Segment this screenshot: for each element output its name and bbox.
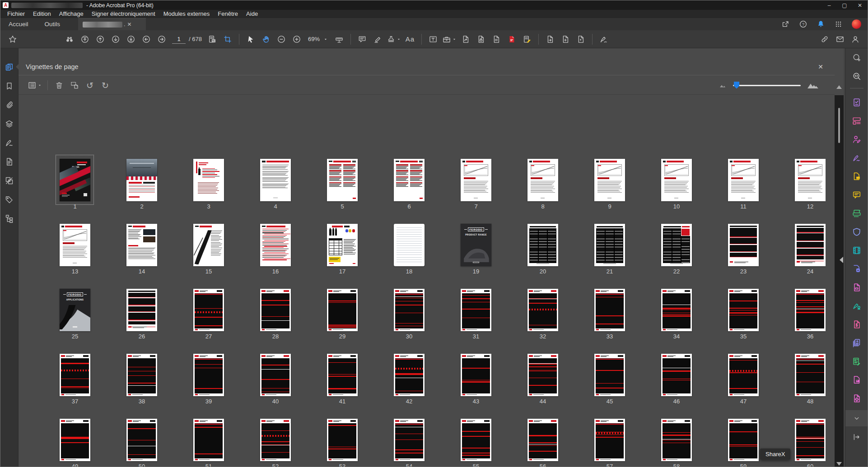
page-53-preview[interactable] — [327, 419, 358, 461]
page-thumbnail-57[interactable]: 57 — [576, 416, 643, 467]
previous-page-button[interactable] — [94, 32, 107, 46]
page-11-preview[interactable] — [728, 159, 759, 201]
bookmarks-panel-button[interactable] — [0, 81, 19, 91]
page-48-preview[interactable] — [795, 354, 826, 396]
page-thumbnail-42[interactable]: 42 — [376, 351, 443, 414]
menu-fen-tre[interactable]: Fenêtre — [214, 10, 242, 18]
share-link-button[interactable] — [818, 32, 831, 46]
document-card-tool-icon[interactable] — [845, 370, 868, 389]
select-tool-button[interactable] — [244, 32, 257, 46]
page-thumbnail-24[interactable]: 24 — [777, 221, 826, 284]
page-thumbnail-55[interactable]: 55 — [443, 416, 509, 467]
page-thumbnail-8[interactable]: 8 — [509, 156, 576, 219]
find-button[interactable] — [63, 32, 76, 46]
undo-button[interactable]: ↺ — [84, 79, 96, 92]
extract-pages-button[interactable] — [69, 79, 80, 92]
page-thumbnail-19[interactable]: FERODOPRODUCT RANGE19 — [443, 221, 509, 284]
prepare-form-tool-icon[interactable] — [845, 93, 868, 111]
account-avatar[interactable] — [852, 19, 861, 29]
page-30-preview[interactable] — [394, 289, 425, 331]
page-thumbnail-25[interactable]: FERODOAPPLICATIONS25 — [42, 286, 108, 349]
page-2-preview[interactable] — [126, 159, 157, 201]
maximize-button[interactable]: ▢ — [837, 0, 852, 10]
tags-panel-button[interactable] — [0, 194, 19, 204]
next-page-button[interactable] — [109, 32, 122, 46]
page-thumbnail-9[interactable]: 9 — [576, 156, 643, 219]
page-display-button[interactable] — [206, 32, 219, 46]
collapse-panel-icon[interactable] — [840, 257, 843, 263]
menu-fichier[interactable]: Fichier — [3, 10, 29, 18]
page-49-preview[interactable] — [60, 419, 90, 461]
rich-media-tool-icon[interactable] — [845, 241, 868, 259]
scroll-up-arrow[interactable] — [836, 85, 842, 89]
page-thumbnail-43[interactable]: 43 — [443, 351, 509, 414]
page-40-preview[interactable] — [260, 354, 291, 396]
page-7-preview[interactable] — [461, 159, 491, 201]
page-36-preview[interactable] — [795, 289, 826, 331]
page-thumbnail-48[interactable]: 48 — [777, 351, 826, 414]
thumbnail-zoom-slider[interactable] — [733, 85, 801, 86]
advanced-search-icon[interactable] — [845, 67, 868, 85]
page-29-preview[interactable] — [327, 289, 358, 331]
page-thumbnail-40[interactable]: 40 — [242, 351, 309, 414]
slider-handle[interactable] — [734, 82, 739, 89]
layers-panel-button[interactable] — [0, 119, 19, 129]
page-38-preview[interactable] — [126, 354, 157, 396]
menu-modules-externes[interactable]: Modules externes — [159, 10, 214, 18]
page-25-preview[interactable]: FERODOAPPLICATIONS — [60, 289, 90, 331]
protect-document-button[interactable] — [475, 32, 487, 46]
delete-pages-button[interactable] — [53, 79, 65, 92]
page-22-preview[interactable] — [661, 224, 692, 266]
attachments-panel-button[interactable] — [0, 100, 19, 110]
page-15-preview[interactable] — [193, 224, 224, 266]
page-thumbnail-47[interactable]: 47 — [710, 351, 777, 414]
certificates-tool-icon[interactable] — [845, 296, 868, 315]
page-23-preview[interactable] — [728, 224, 759, 266]
page-thumbnail-5[interactable]: 5 — [309, 156, 376, 219]
menu-affichage[interactable]: Affichage — [55, 10, 88, 18]
add-tools-icon[interactable] — [845, 48, 868, 67]
page-thumbnail-18[interactable]: 18 — [376, 221, 443, 284]
page-39-preview[interactable] — [193, 354, 224, 396]
page-thumbnail-58[interactable]: 58 — [643, 416, 710, 467]
page-thumbnail-22[interactable]: 22 — [643, 221, 710, 284]
page-21-preview[interactable] — [594, 224, 625, 266]
page-thumbnail-14[interactable]: 14 — [108, 221, 175, 284]
page-thumbnail-32[interactable]: 32 — [509, 286, 576, 349]
page-56-preview[interactable] — [527, 419, 558, 461]
page-37-preview[interactable] — [60, 354, 90, 396]
page-thumbnail-3[interactable]: 3 — [175, 156, 242, 219]
optimize-pdf-tool-icon[interactable] — [845, 259, 868, 278]
page-58-preview[interactable] — [661, 419, 692, 461]
page-46-preview[interactable] — [661, 354, 692, 396]
highlight-button[interactable] — [371, 32, 384, 46]
first-page-button[interactable] — [79, 32, 91, 46]
menu-signer-lectroniquement[interactable]: Signer électroniquement — [88, 10, 159, 18]
page-thumbnail-34[interactable]: 34 — [643, 286, 710, 349]
close-button[interactable]: ✕ — [852, 0, 868, 10]
page-18-preview[interactable] — [394, 224, 425, 266]
page-32-preview[interactable] — [527, 289, 558, 331]
content-panel-button[interactable] — [0, 176, 19, 185]
page-thumbnail-6[interactable]: 6 — [376, 156, 443, 219]
page-20-preview[interactable] — [527, 224, 558, 266]
edit-pdf-button[interactable] — [521, 32, 533, 46]
order-panel-button[interactable] — [0, 213, 19, 223]
hand-tool-button[interactable] — [260, 32, 272, 46]
page-5-preview[interactable] — [327, 159, 358, 201]
measure-button[interactable] — [333, 32, 345, 46]
tab-accueil[interactable]: Accueil — [0, 21, 37, 28]
page-thumbnail-56[interactable]: 56 — [509, 416, 576, 467]
redo-button[interactable]: ↻ — [99, 79, 111, 92]
destinations-panel-button[interactable] — [0, 157, 19, 166]
page-8-preview[interactable] — [527, 159, 558, 201]
zoom-out-button[interactable] — [275, 32, 288, 46]
document-edit-tool-icon[interactable] — [845, 352, 868, 370]
stacked-documents-tool-icon[interactable] — [845, 333, 868, 352]
page-thumbnail-16[interactable]: 16 — [242, 221, 309, 284]
tab-outils[interactable]: Outils — [37, 21, 69, 28]
page-thumbnail-10[interactable]: 10 — [643, 156, 710, 219]
page-51-preview[interactable] — [193, 419, 224, 461]
fill-sign-button[interactable] — [597, 32, 610, 46]
page-thumbnail-27[interactable]: 27 — [175, 286, 242, 349]
